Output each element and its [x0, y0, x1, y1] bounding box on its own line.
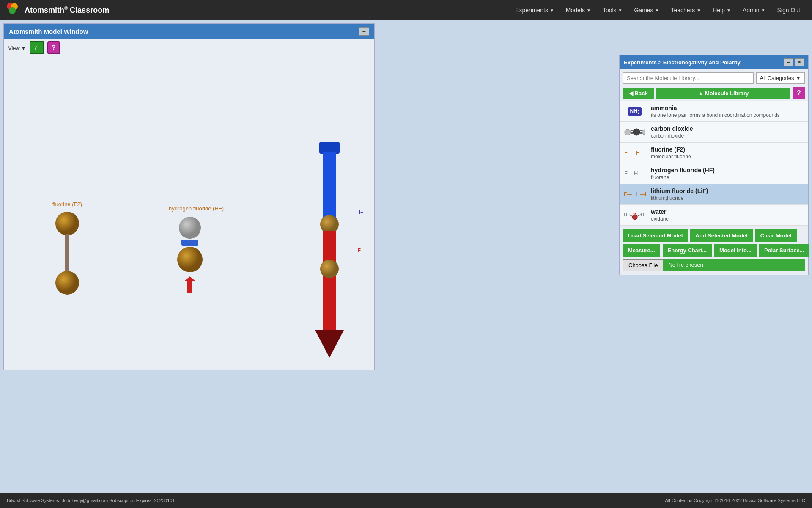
clear-model-btn[interactable]: Clear Model: [755, 229, 797, 242]
svg-rect-1: [65, 234, 69, 272]
svg-text:Li: Li: [633, 191, 637, 197]
svg-line-35: [637, 215, 641, 216]
molecule-list: NH3 ammonia its one lone pair forms a bo…: [620, 101, 808, 226]
exp-file-row: Choose File No file chosen: [623, 259, 805, 271]
model-info-btn[interactable]: Model Info...: [714, 244, 757, 257]
mol-item-co2[interactable]: carbon dioxide carbon dioxide: [620, 122, 808, 143]
svg-point-37: [634, 213, 635, 215]
footer-right: All Content is Copyright © 2016-2022 Bit…: [665, 498, 805, 503]
svg-rect-8: [323, 152, 336, 218]
hf-svg: [169, 215, 211, 308]
experiment-panel: Experiments > Electronegativity and Pola…: [619, 55, 809, 275]
nav-help[interactable]: Help ▼: [708, 4, 736, 16]
app-title: Atomsmith® Classroom: [25, 6, 109, 15]
nav-tools[interactable]: Tools ▼: [598, 4, 628, 16]
co2-desc: carbon dioxide: [651, 133, 804, 139]
model-toolbar: View ▼ ⌂ ?: [4, 39, 374, 57]
water-desc: oxidane: [651, 216, 804, 222]
nav-teachers[interactable]: Teachers ▼: [666, 4, 706, 16]
polar-surface-btn[interactable]: Polar Surface...: [759, 244, 809, 257]
exp-minimize-btn[interactable]: –: [784, 58, 793, 66]
lif-info: lithium fluoride (LiF) lithium;fluoride: [651, 188, 804, 201]
svg-text:H: H: [641, 212, 644, 217]
f2-info: fluorine (F2) molecular fluorine: [651, 146, 804, 160]
hf-svg-icon: F - H: [624, 169, 645, 178]
nav-signout[interactable]: Sign Out: [772, 4, 805, 16]
co2-info: carbon dioxide carbon dioxide: [651, 125, 804, 139]
svg-point-2: [55, 271, 79, 295]
svg-rect-10: [323, 231, 336, 332]
svg-text:—: —: [630, 149, 636, 156]
svg-point-22: [642, 130, 645, 135]
model-window-minimize[interactable]: –: [359, 27, 369, 36]
fluorine-molecule: fluorine (F2): [50, 201, 84, 297]
svg-rect-7: [319, 142, 340, 154]
ammonia-info: ammonia its one lone pair forms a bond i…: [651, 105, 804, 118]
co2-name: carbon dioxide: [651, 125, 804, 132]
svg-point-14: [625, 129, 631, 135]
lif-svg: [308, 142, 351, 358]
mol-item-ammonia[interactable]: NH3 ammonia its one lone pair forms a bo…: [620, 101, 808, 122]
home-button[interactable]: ⌂: [30, 41, 44, 54]
nav-games[interactable]: Games ▼: [629, 4, 664, 16]
exp-close-btn[interactable]: ✕: [795, 58, 804, 66]
water-svg-icon: H H: [624, 209, 646, 221]
svg-rect-4: [181, 240, 198, 246]
exp-titlebar-btns: – ✕: [784, 58, 804, 66]
nh3-badge: NH3: [628, 107, 642, 116]
lif-svg-icon: F— Li —F: [624, 190, 646, 199]
load-selected-btn[interactable]: Load Selected Model: [623, 229, 688, 242]
lif-molecule: Li+ F-: [308, 142, 351, 359]
f2-name: fluorine (F2): [651, 146, 804, 153]
exp-search-row: All Categories ▼: [620, 69, 808, 86]
mol-item-lif[interactable]: F— Li —F lithium fluoride (LiF) lithium;…: [620, 184, 808, 205]
exp-help-button[interactable]: ?: [793, 87, 805, 99]
footer-left: Bitwixt Software Systems: dcdoherty@gmai…: [7, 498, 175, 503]
exp-breadcrumb: Experiments > Electronegativity and Pola…: [624, 59, 741, 66]
hf-desc: fluorane: [651, 174, 804, 180]
svg-text:H: H: [634, 170, 638, 177]
library-button[interactable]: ▲ Molecule Library: [656, 88, 790, 99]
help-button-small[interactable]: ?: [47, 41, 60, 54]
svg-text:F: F: [624, 170, 628, 177]
f-minus-label: F-: [358, 248, 362, 254]
category-select[interactable]: All Categories ▼: [756, 72, 805, 84]
add-selected-btn[interactable]: Add Selected Model: [690, 229, 753, 242]
measure-btn[interactable]: Measure...: [623, 244, 660, 257]
category-arrow: ▼: [796, 75, 801, 81]
back-button[interactable]: ◀ Back: [623, 88, 654, 99]
nav-admin[interactable]: Admin ▼: [738, 4, 771, 16]
svg-text:F: F: [636, 149, 639, 156]
lif-desc: lithium;fluoride: [651, 195, 804, 201]
co2-svg: [624, 127, 645, 137]
exp-btn-row2: Measure... Energy Chart... Model Info...…: [623, 244, 805, 257]
hf-name: hydrogen fluoride (HF): [651, 167, 804, 174]
model-canvas: fluorine (F2) hydrogen fluoride (HF): [4, 57, 374, 370]
view-dropdown[interactable]: View ▼: [8, 45, 26, 51]
hf-info: hydrogen fluoride (HF) fluorane: [651, 167, 804, 180]
fluorine-label: fluorine (F2): [50, 201, 84, 207]
choose-file-btn[interactable]: Choose File: [623, 259, 663, 271]
nav-experiments[interactable]: Experiments ▼: [510, 4, 559, 16]
mol-item-hf[interactable]: F - H hydrogen fluoride (HF) fluorane: [620, 163, 808, 184]
svg-point-11: [320, 260, 339, 278]
hf-label: hydrogen fluoride (HF): [169, 205, 224, 212]
fluorine-svg: [50, 211, 84, 295]
energy-chart-btn[interactable]: Energy Chart...: [663, 244, 712, 257]
mol-item-f2[interactable]: F — F fluorine (F2) molecular fluorine: [620, 143, 808, 163]
hf-molecule: hydrogen fluoride (HF): [169, 205, 224, 310]
category-label: All Categories: [760, 75, 794, 81]
svg-point-34: [632, 215, 637, 220]
app-logo: [7, 3, 21, 17]
ammonia-icon: NH3: [624, 107, 646, 116]
mol-item-water[interactable]: H H water oxidane: [620, 205, 808, 226]
svg-text:—F: —F: [640, 191, 646, 197]
lif-icon: F— Li —F: [624, 190, 646, 199]
footer: Bitwixt Software Systems: dcdoherty@gmai…: [0, 493, 812, 508]
nav-models[interactable]: Models ▼: [561, 4, 596, 16]
exp-nav-row: ◀ Back ▲ Molecule Library ?: [620, 86, 808, 101]
co2-icon: [624, 127, 646, 137]
molecule-search-input[interactable]: [623, 72, 754, 84]
lif-name: lithium fluoride (LiF): [651, 188, 804, 194]
f2-desc: molecular fluorine: [651, 154, 804, 160]
